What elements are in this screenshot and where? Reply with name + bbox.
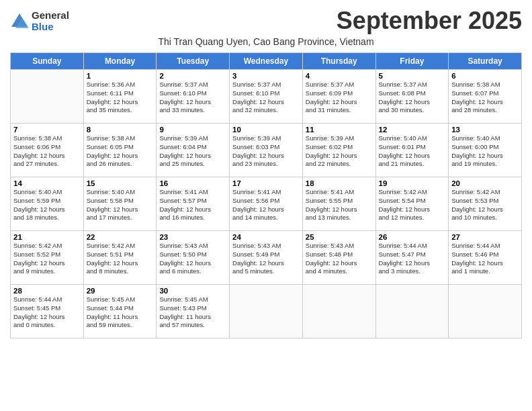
calendar-week-4: 21Sunrise: 5:42 AM Sunset: 5:52 PM Dayli… [11,231,522,285]
day-number: 22 [87,233,154,241]
day-number: 28 [13,287,81,295]
day-info: Sunrise: 5:44 AM Sunset: 5:47 PM Dayligh… [379,242,446,276]
day-number: 30 [159,287,226,295]
calendar-table: SundayMondayTuesdayWednesdayThursdayFrid… [10,52,522,338]
day-number: 25 [306,233,373,241]
calendar-week-3: 14Sunrise: 5:40 AM Sunset: 5:59 PM Dayli… [11,177,522,231]
day-info: Sunrise: 5:37 AM Sunset: 6:10 PM Dayligh… [159,81,226,115]
calendar-cell: 10Sunrise: 5:39 AM Sunset: 6:03 PM Dayli… [230,124,303,177]
day-info: Sunrise: 5:44 AM Sunset: 5:46 PM Dayligh… [451,242,519,276]
day-info: Sunrise: 5:43 AM Sunset: 5:48 PM Dayligh… [306,242,373,276]
calendar-cell: 14Sunrise: 5:40 AM Sunset: 5:59 PM Dayli… [11,177,84,231]
header-friday: Friday [375,53,449,70]
day-info: Sunrise: 5:43 AM Sunset: 5:49 PM Dayligh… [232,242,300,276]
day-info: Sunrise: 5:39 AM Sunset: 6:04 PM Dayligh… [159,134,226,169]
calendar-cell: 16Sunrise: 5:41 AM Sunset: 5:57 PM Dayli… [157,177,230,231]
day-info: Sunrise: 5:40 AM Sunset: 6:01 PM Dayligh… [379,134,446,169]
day-info: Sunrise: 5:41 AM Sunset: 5:57 PM Dayligh… [159,188,226,222]
calendar-cell: 9Sunrise: 5:39 AM Sunset: 6:04 PM Daylig… [157,124,230,177]
calendar-cell: 17Sunrise: 5:41 AM Sunset: 5:56 PM Dayli… [230,177,303,231]
calendar-cell [449,285,522,338]
header-tuesday: Tuesday [157,53,230,70]
day-number: 14 [13,179,81,187]
calendar-week-2: 7Sunrise: 5:38 AM Sunset: 6:06 PM Daylig… [11,124,522,177]
day-info: Sunrise: 5:39 AM Sunset: 6:02 PM Dayligh… [306,134,373,169]
day-info: Sunrise: 5:37 AM Sunset: 6:09 PM Dayligh… [306,81,373,115]
logo: General Blue [10,10,69,32]
calendar-cell: 26Sunrise: 5:44 AM Sunset: 5:47 PM Dayli… [375,231,449,285]
day-number: 23 [159,233,226,241]
calendar-cell: 20Sunrise: 5:42 AM Sunset: 5:53 PM Dayli… [449,177,522,231]
day-number: 4 [306,72,373,80]
calendar-cell: 13Sunrise: 5:40 AM Sunset: 6:00 PM Dayli… [449,124,522,177]
calendar-cell: 5Sunrise: 5:37 AM Sunset: 6:08 PM Daylig… [375,70,449,124]
day-number: 5 [379,72,446,80]
calendar-cell: 6Sunrise: 5:38 AM Sunset: 6:07 PM Daylig… [449,70,522,124]
subtitle: Thi Tran Quang Uyen, Cao Bang Province, … [10,36,522,47]
calendar-cell: 22Sunrise: 5:42 AM Sunset: 5:51 PM Dayli… [83,231,157,285]
day-info: Sunrise: 5:45 AM Sunset: 5:44 PM Dayligh… [87,295,154,330]
month-title: September 2025 [337,7,522,35]
calendar-cell: 15Sunrise: 5:40 AM Sunset: 5:58 PM Dayli… [83,177,157,231]
calendar-cell: 7Sunrise: 5:38 AM Sunset: 6:06 PM Daylig… [11,124,84,177]
day-info: Sunrise: 5:40 AM Sunset: 5:58 PM Dayligh… [87,188,154,222]
calendar-cell: 8Sunrise: 5:38 AM Sunset: 6:05 PM Daylig… [83,124,157,177]
logo-blue-text: Blue [32,21,69,33]
calendar-cell: 3Sunrise: 5:37 AM Sunset: 6:10 PM Daylig… [230,70,303,124]
calendar-cell: 23Sunrise: 5:43 AM Sunset: 5:50 PM Dayli… [157,231,230,285]
day-number: 3 [232,72,300,80]
calendar-cell: 25Sunrise: 5:43 AM Sunset: 5:48 PM Dayli… [302,231,375,285]
header-sunday: Sunday [11,53,84,70]
day-info: Sunrise: 5:36 AM Sunset: 6:11 PM Dayligh… [87,81,154,115]
calendar-cell: 21Sunrise: 5:42 AM Sunset: 5:52 PM Dayli… [11,231,84,285]
day-number: 2 [159,72,226,80]
day-number: 29 [87,287,154,295]
logo-icon [10,12,29,31]
day-info: Sunrise: 5:42 AM Sunset: 5:52 PM Dayligh… [13,242,81,276]
day-info: Sunrise: 5:42 AM Sunset: 5:53 PM Dayligh… [451,188,519,222]
day-number: 9 [159,126,226,134]
day-number: 1 [87,72,154,80]
day-number: 15 [87,179,154,187]
calendar-cell: 1Sunrise: 5:36 AM Sunset: 6:11 PM Daylig… [83,70,157,124]
day-number: 8 [87,126,154,134]
calendar-cell: 19Sunrise: 5:42 AM Sunset: 5:54 PM Dayli… [375,177,449,231]
day-number: 12 [379,126,446,134]
page-header: General Blue September 2025 [10,7,522,35]
day-number: 13 [451,126,519,134]
day-info: Sunrise: 5:37 AM Sunset: 6:08 PM Dayligh… [379,81,446,115]
calendar-cell: 27Sunrise: 5:44 AM Sunset: 5:46 PM Dayli… [449,231,522,285]
day-number: 21 [13,233,81,241]
day-number: 17 [232,179,300,187]
calendar-cell: 2Sunrise: 5:37 AM Sunset: 6:10 PM Daylig… [157,70,230,124]
day-info: Sunrise: 5:38 AM Sunset: 6:06 PM Dayligh… [13,134,81,169]
day-number: 18 [306,179,373,187]
calendar-cell: 28Sunrise: 5:44 AM Sunset: 5:45 PM Dayli… [11,285,84,338]
calendar-cell: 18Sunrise: 5:41 AM Sunset: 5:55 PM Dayli… [302,177,375,231]
calendar-cell [375,285,449,338]
day-number: 6 [451,72,519,80]
day-info: Sunrise: 5:42 AM Sunset: 5:54 PM Dayligh… [379,188,446,222]
calendar-cell: 30Sunrise: 5:45 AM Sunset: 5:43 PM Dayli… [157,285,230,338]
day-info: Sunrise: 5:44 AM Sunset: 5:45 PM Dayligh… [13,295,81,330]
day-info: Sunrise: 5:40 AM Sunset: 5:59 PM Dayligh… [13,188,81,222]
calendar-week-1: 1Sunrise: 5:36 AM Sunset: 6:11 PM Daylig… [11,70,522,124]
day-info: Sunrise: 5:45 AM Sunset: 5:43 PM Dayligh… [159,295,226,330]
calendar-cell [302,285,375,338]
header-saturday: Saturday [449,53,522,70]
calendar-cell: 24Sunrise: 5:43 AM Sunset: 5:49 PM Dayli… [230,231,303,285]
day-number: 20 [451,179,519,187]
calendar-cell: 12Sunrise: 5:40 AM Sunset: 6:01 PM Dayli… [375,124,449,177]
day-number: 19 [379,179,446,187]
calendar-cell [11,70,84,124]
calendar-cell: 4Sunrise: 5:37 AM Sunset: 6:09 PM Daylig… [302,70,375,124]
day-info: Sunrise: 5:43 AM Sunset: 5:50 PM Dayligh… [159,242,226,276]
calendar-week-5: 28Sunrise: 5:44 AM Sunset: 5:45 PM Dayli… [11,285,522,338]
day-number: 10 [232,126,300,134]
calendar-header-row: SundayMondayTuesdayWednesdayThursdayFrid… [11,53,522,70]
day-number: 7 [13,126,81,134]
day-info: Sunrise: 5:38 AM Sunset: 6:05 PM Dayligh… [87,134,154,169]
day-number: 26 [379,233,446,241]
calendar-cell: 11Sunrise: 5:39 AM Sunset: 6:02 PM Dayli… [302,124,375,177]
header-thursday: Thursday [302,53,375,70]
